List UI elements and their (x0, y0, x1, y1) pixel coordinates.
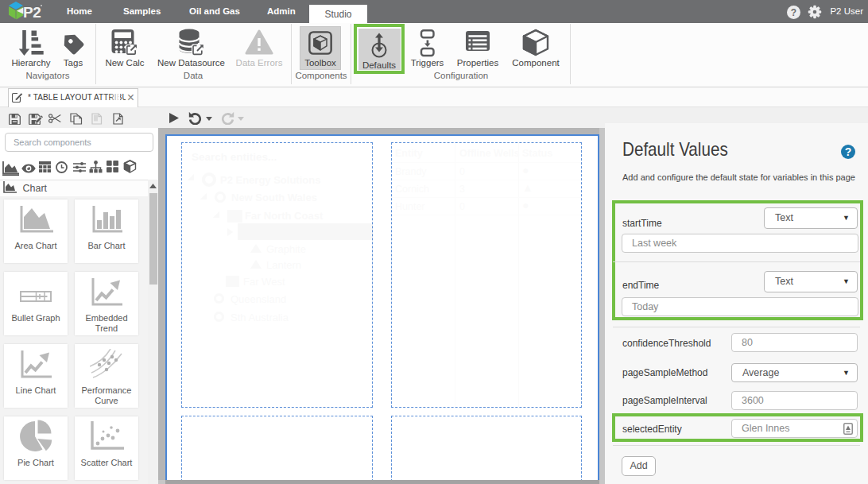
svg-text:?: ? (845, 145, 852, 158)
svg-text:?: ? (791, 7, 796, 18)
